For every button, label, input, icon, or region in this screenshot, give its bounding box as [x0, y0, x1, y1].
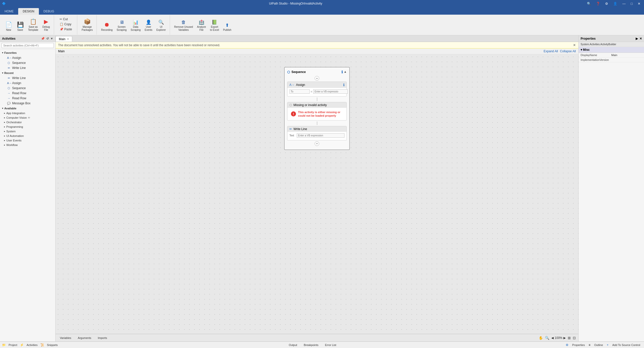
wf-add-top[interactable]: +: [315, 76, 319, 81]
doc-tab-close[interactable]: ✕: [67, 38, 69, 40]
snippets-tab[interactable]: Snippets: [45, 343, 60, 347]
recent-message-box[interactable]: 💬 Message Box: [0, 101, 55, 106]
app-integration-section[interactable]: App Integration: [0, 111, 55, 115]
recent-read-row-2[interactable]: → Read Row: [0, 96, 55, 101]
zoom-out-btn[interactable]: ◀: [551, 336, 554, 340]
arguments-tab[interactable]: Arguments: [76, 336, 93, 340]
recent-sequence[interactable]: ⬡ Sequence: [0, 86, 55, 91]
variables-tab[interactable]: Variables: [58, 336, 73, 340]
cut-button[interactable]: ✂ Cut: [58, 17, 73, 21]
recording-button[interactable]: ⏺ Recording: [99, 16, 114, 33]
wf-assign-info-icon[interactable]: ℹ: [343, 83, 344, 87]
ui-automation-section[interactable]: UI Automation: [0, 134, 55, 138]
system-section[interactable]: System: [0, 129, 55, 134]
search-input[interactable]: [2, 43, 54, 48]
paste-label: Paste: [64, 28, 72, 31]
tab-debug[interactable]: DEBUG: [39, 8, 59, 15]
output-tab[interactable]: Output: [287, 343, 299, 347]
computer-vision-section[interactable]: Computer Vision 👁: [0, 115, 55, 120]
pan-icon[interactable]: 🔍: [545, 336, 549, 340]
activities-bottom-tab[interactable]: Activities: [25, 343, 39, 347]
help-icon[interactable]: ❓: [595, 2, 602, 6]
favorite-sequence[interactable]: ⬡ Sequence: [0, 60, 55, 65]
canvas-breadcrumb: Main: [58, 49, 65, 53]
analyze-file-button[interactable]: 🏥 AnalyzeFile: [195, 16, 208, 33]
manage-packages-button[interactable]: 📦 ManagePackages: [80, 16, 94, 33]
warning-close[interactable]: ✕: [573, 43, 576, 47]
favorites-section[interactable]: Favorites: [0, 50, 55, 55]
user-events-button[interactable]: 👤 UserEvents: [143, 16, 154, 33]
recent-write-line[interactable]: ✏ Write Line: [0, 76, 55, 81]
user-icon[interactable]: 👤: [612, 2, 619, 6]
zoom-in-btn[interactable]: ▶: [563, 336, 566, 340]
imports-tab[interactable]: Imports: [96, 336, 109, 340]
export-to-excel-button[interactable]: 📗 Exportto Excel: [208, 16, 221, 33]
properties-bottom-tab[interactable]: Properties: [571, 343, 587, 347]
wf-sequence-icon: ⬡: [287, 70, 290, 74]
wf-write-line-activity: ✏ Write Line Text: [287, 126, 347, 140]
recent-assign[interactable]: A→ Assign: [0, 81, 55, 86]
paste-button[interactable]: 📌 Paste: [58, 27, 73, 32]
programming-section[interactable]: Programming: [0, 125, 55, 129]
debug-button[interactable]: ▶ DebugFile: [41, 16, 52, 33]
properties-display-name-value: Main: [611, 54, 642, 57]
minimize-btn[interactable]: —: [621, 2, 627, 6]
save-template-button[interactable]: 📋 Save asTemplate: [26, 16, 40, 33]
close-btn[interactable]: ✕: [636, 2, 642, 6]
favorite-write-line[interactable]: ✏ Write Line: [0, 65, 55, 70]
breakpoints-tab[interactable]: Breakpoints: [302, 343, 320, 347]
recent-write-line-icon: ✏: [7, 77, 11, 80]
canvas-area[interactable]: ⬡ Sequence ℹ ▲ + A→: [56, 54, 578, 334]
add-to-source-tab[interactable]: Add To Source Control: [611, 343, 642, 347]
search-icon[interactable]: 🔍: [585, 2, 592, 6]
properties-close-icon[interactable]: ✕: [639, 37, 642, 40]
wf-sequence-info-icon[interactable]: ℹ: [341, 70, 343, 74]
copy-button[interactable]: 📋 Copy: [58, 22, 73, 27]
wf-write-line-text-input[interactable]: [297, 133, 344, 138]
screen-scraping-button[interactable]: 🖥 ScreenScraping: [115, 16, 128, 33]
wf-add-bottom[interactable]: +: [315, 141, 319, 146]
panel-pin-icon[interactable]: 📌: [41, 37, 45, 40]
available-section[interactable]: Available: [0, 106, 55, 111]
data-scraping-button[interactable]: 📊 DataScraping: [129, 16, 142, 33]
user-events-section[interactable]: User Events: [0, 138, 55, 143]
properties-expand-icon[interactable]: ▶: [636, 37, 638, 40]
activities-tree: Favorites A→ Assign ⬡ Sequence ✏ Write L…: [0, 49, 55, 341]
recent-section[interactable]: Recent: [0, 70, 55, 76]
panel-refresh-icon[interactable]: ↺: [46, 37, 49, 40]
wf-assign-value-input[interactable]: [313, 89, 348, 94]
hand-tool-icon[interactable]: ✋: [539, 336, 543, 340]
wf-write-line-field-row: Text: [289, 133, 344, 138]
doc-tab-main[interactable]: Main ✕: [56, 36, 72, 42]
publish-button[interactable]: ⬆ Publish: [221, 16, 233, 33]
panel-filter-icon[interactable]: ▼: [50, 37, 53, 40]
expand-all-btn[interactable]: Expand All: [544, 49, 558, 53]
orchestrator-section[interactable]: Orchestrator: [0, 120, 55, 125]
outline-bottom-tab[interactable]: Outline: [592, 343, 605, 347]
new-button[interactable]: 📄 New: [3, 16, 14, 33]
project-tab[interactable]: Project: [7, 343, 19, 347]
fullscreen-icon[interactable]: ⊡: [573, 336, 576, 340]
project-tab-group: 📁 Project ⚡ Activities 📜 Snippets: [2, 343, 59, 347]
publish-icon: ⬆: [225, 22, 229, 28]
window-icon[interactable]: 🔷: [2, 2, 6, 5]
wf-sequence-collapse-icon[interactable]: ▲: [344, 70, 347, 74]
export-to-excel-label: Exportto Excel: [210, 26, 219, 32]
properties-panel: Properties ▶ ✕ System.Activities.Activit…: [578, 35, 644, 341]
tab-design[interactable]: DESIGN: [18, 8, 39, 15]
error-list-tab[interactable]: Error List: [323, 343, 338, 347]
remove-unused-variables-button[interactable]: 🗑 Remove UnusedVariables: [172, 16, 195, 33]
tab-home[interactable]: HOME: [0, 8, 18, 15]
clipboard-button[interactable]: ✂ Cut 📋 Copy 📌 Paste: [57, 16, 75, 33]
favorite-assign[interactable]: A→ Assign: [0, 55, 55, 60]
workflow-section[interactable]: Workflow: [0, 143, 55, 147]
fit-screen-icon[interactable]: ⊞: [568, 336, 571, 340]
wf-assign-to-input[interactable]: [289, 89, 310, 94]
ui-explorer-button[interactable]: 🔍 UIExplorer: [155, 16, 167, 33]
properties-misc-toggle[interactable]: ▾: [581, 48, 583, 52]
recent-read-row-1[interactable]: → Read Row: [0, 91, 55, 96]
settings-icon[interactable]: ⚙: [604, 2, 610, 6]
collapse-all-btn[interactable]: Collapse All: [560, 49, 576, 53]
save-button[interactable]: 💾 Save: [15, 16, 26, 33]
maximize-btn[interactable]: □: [629, 2, 634, 6]
